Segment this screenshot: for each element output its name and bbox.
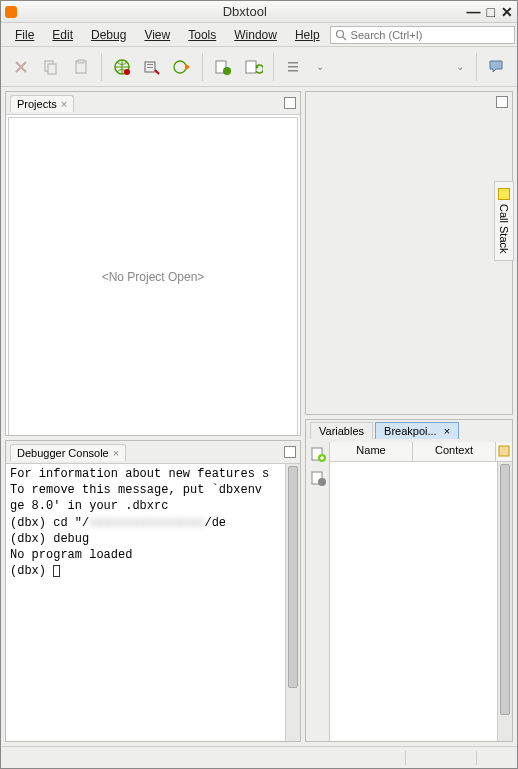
menu-view[interactable]: View: [136, 26, 178, 44]
close-button[interactable]: ✕: [501, 4, 513, 20]
editor-area: [305, 91, 513, 415]
breakpoints-tab[interactable]: Breakpoi... ×: [375, 422, 459, 439]
svg-line-1: [343, 37, 346, 40]
minimize-button[interactable]: —: [467, 4, 481, 20]
debugger-console-panel: Debugger Console × For information about…: [5, 440, 301, 742]
svg-rect-19: [288, 70, 298, 72]
console-tab[interactable]: Debugger Console ×: [10, 444, 126, 461]
toolbar: ⌄ ⌄: [1, 47, 517, 87]
paste-button[interactable]: [67, 53, 95, 81]
menu-edit[interactable]: Edit: [44, 26, 81, 44]
variables-panel: Variables Breakpoi... ×: [305, 419, 513, 743]
toolbar-overflow-1[interactable]: ⌄: [310, 61, 330, 72]
console-tab-close[interactable]: ×: [113, 447, 119, 459]
svg-rect-10: [147, 67, 153, 68]
cut-icon: [12, 58, 30, 76]
console-restore-icon[interactable]: [284, 446, 296, 458]
svg-point-14: [223, 67, 231, 75]
step-icon: [213, 57, 233, 77]
copy-button[interactable]: [37, 53, 65, 81]
call-stack-tab[interactable]: Call Stack: [494, 181, 514, 261]
step-button[interactable]: [209, 53, 237, 81]
menu-window[interactable]: Window: [226, 26, 285, 44]
svg-rect-9: [147, 64, 153, 65]
restart-button[interactable]: [239, 53, 267, 81]
cut-button[interactable]: [7, 53, 35, 81]
svg-point-11: [174, 61, 186, 73]
svg-rect-17: [288, 62, 298, 64]
debug-config-button[interactable]: [138, 53, 166, 81]
svg-point-0: [336, 30, 343, 37]
app-icon: [5, 6, 17, 18]
maximize-button[interactable]: □: [487, 4, 495, 20]
menu-tools[interactable]: Tools: [180, 26, 224, 44]
console-scrollbar[interactable]: [285, 464, 300, 741]
menubar: File Edit Debug View Tools Window Help: [1, 23, 517, 47]
col-context[interactable]: Context: [413, 442, 496, 461]
menu-debug[interactable]: Debug: [83, 26, 134, 44]
run-icon: [172, 57, 192, 77]
col-config-button[interactable]: [496, 442, 512, 461]
copy-icon: [42, 58, 60, 76]
projects-tab-close[interactable]: ×: [61, 98, 67, 110]
restart-icon: [243, 57, 263, 77]
variables-tab[interactable]: Variables: [310, 422, 373, 439]
call-stack-label: Call Stack: [498, 204, 510, 254]
list-dropdown-button[interactable]: [280, 53, 308, 81]
editor-restore-icon[interactable]: [496, 96, 508, 108]
projects-tab-label: Projects: [17, 98, 57, 110]
projects-panel: Projects × <No Project Open>: [5, 91, 301, 436]
svg-marker-12: [185, 63, 190, 71]
svg-rect-24: [499, 446, 509, 456]
call-stack-icon: [498, 188, 510, 200]
svg-rect-3: [48, 64, 56, 74]
svg-rect-5: [78, 60, 84, 63]
menu-file[interactable]: File: [7, 26, 42, 44]
projects-tab[interactable]: Projects ×: [10, 95, 74, 112]
titlebar: Dbxtool — □ ✕: [1, 1, 517, 23]
projects-restore-icon[interactable]: [284, 97, 296, 109]
debug-config-icon: [142, 57, 162, 77]
search-input[interactable]: [351, 29, 510, 41]
window-title: Dbxtool: [23, 4, 467, 19]
toolbar-overflow-2[interactable]: ⌄: [450, 61, 470, 72]
chat-bubble-icon: [487, 57, 507, 77]
list-icon: [286, 59, 302, 75]
svg-point-7: [124, 69, 130, 75]
add-breakpoint-button[interactable]: [310, 446, 326, 462]
breakpoints-scrollbar[interactable]: [497, 462, 512, 742]
debug-globe-button[interactable]: [108, 53, 136, 81]
projects-empty-label: <No Project Open>: [8, 117, 298, 435]
search-box[interactable]: [330, 26, 515, 44]
paste-icon: [72, 58, 90, 76]
svg-point-23: [318, 478, 326, 486]
breakpoint-options-button[interactable]: [310, 470, 326, 486]
search-icon: [335, 29, 347, 41]
svg-rect-15: [246, 61, 256, 73]
menu-help[interactable]: Help: [287, 26, 328, 44]
col-name[interactable]: Name: [330, 442, 413, 461]
breakpoints-list: [330, 462, 512, 742]
debug-globe-icon: [112, 57, 132, 77]
console-output[interactable]: For information about new features s To …: [6, 464, 300, 741]
console-tab-label: Debugger Console: [17, 447, 109, 459]
breakpoints-tab-close[interactable]: ×: [444, 425, 450, 437]
debug-run-button[interactable]: [168, 53, 196, 81]
statusbar: [1, 746, 517, 768]
chat-button[interactable]: [483, 53, 511, 81]
svg-rect-18: [288, 66, 298, 68]
